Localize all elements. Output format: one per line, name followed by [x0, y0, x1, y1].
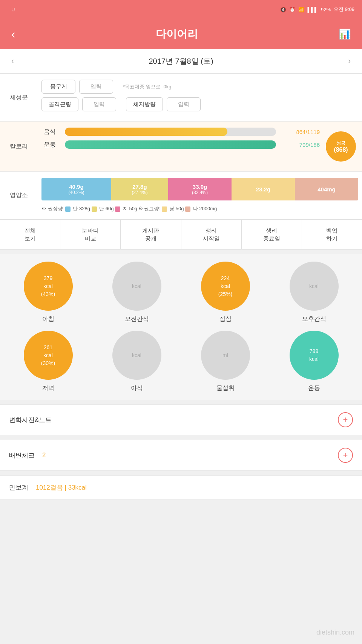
exercise-circle[interactable]: 799kcal	[290, 331, 339, 380]
exercise-label: 운동	[44, 141, 59, 149]
legend-sodium-dot	[185, 206, 190, 212]
meal-lunch: 224kcal(25%) 점심	[185, 262, 266, 323]
body-comp-label: 체성분	[0, 80, 38, 115]
nutrition-bars: 40.9g (40.2%) 27.8g (27.4%) 33.0g (32.4%…	[38, 178, 362, 213]
legend-fat-dot	[115, 206, 120, 212]
fat-input-button[interactable]: 입력	[167, 97, 201, 111]
calorie-badge: 성공 (868)	[326, 131, 356, 162]
nutrition-bar-row: 40.9g (40.2%) 27.8g (27.4%) 33.0g (32.4%…	[41, 178, 358, 200]
weight-input-button[interactable]: 입력	[79, 80, 113, 94]
period-start-button[interactable]: 생리시작일	[181, 220, 242, 249]
status-bar: U 🔇 ⏰ 📶 ▌▌▌ 92% 오전 9:09	[0, 0, 362, 19]
nutr-fat: 33.0g (32.4%)	[168, 178, 232, 200]
mute-icon: 🔇	[280, 7, 286, 12]
exercise-bar	[65, 140, 276, 149]
nutr-sugar: 23.2g	[232, 178, 295, 200]
bowel-label: 배변체크	[9, 451, 35, 460]
dinner-label: 저녁	[42, 384, 54, 392]
morning-snack-circle[interactable]: kcal	[112, 262, 161, 311]
muscle-input-button[interactable]: 입력	[82, 97, 116, 111]
prev-date-button[interactable]: ‹	[11, 56, 14, 66]
nutr-carb: 40.9g (40.2%)	[41, 178, 111, 200]
wifi-icon: 📶	[298, 7, 304, 12]
legend-protein-dot	[92, 206, 97, 212]
fat-label-button[interactable]: 체지방량	[126, 97, 163, 111]
legend-sugar-dot	[162, 206, 167, 212]
meal-dinner: 261kcal(30%) 저녁	[8, 331, 89, 392]
meal-afternoon-snack: kcal 오후간식	[273, 262, 354, 323]
dinner-circle[interactable]: 261kcal(30%)	[24, 331, 73, 380]
current-date: 2017년 7월8일 (토)	[149, 56, 213, 66]
battery-text: 92%	[321, 7, 331, 12]
meals-grid: 379kcal(43%) 아침 kcal 오전간식 224kcal(25%) 점…	[0, 254, 362, 400]
exercise-meal-label: 운동	[308, 384, 320, 392]
lunch-circle[interactable]: 224kcal(25%)	[201, 262, 250, 311]
photo-note-section: 변화사진&노트 +	[0, 404, 362, 435]
bowel-add-button[interactable]: +	[338, 448, 353, 463]
exercise-values: 799/186	[282, 142, 320, 148]
body-composition-section: 체성분 몸무게 입력 *목표체중 앞으로 -0kg 골격근량 입력 체지방량 입…	[0, 74, 362, 122]
nutrition-section: 영양소 40.9g (40.2%) 27.8g (27.4%) 33.0g (3…	[0, 172, 362, 219]
badge-label: 성공	[336, 140, 345, 146]
exercise-calorie-row: 운동 799/186	[44, 140, 320, 149]
afternoon-snack-label: 오후간식	[302, 315, 326, 323]
action-buttons: 전체보기 눈바디비교 게시판공개 생리시작일 생리종료일 백업하기	[0, 219, 362, 250]
muscle-label-button[interactable]: 골격근량	[41, 97, 78, 111]
water-label: 물섭취	[216, 384, 235, 392]
app-logo: U	[11, 7, 15, 12]
date-navigation: ‹ 2017년 7월8일 (토) ›	[0, 49, 362, 74]
calorie-content: 음식 864/1119 운동 799/186	[38, 128, 326, 165]
period-end-button[interactable]: 생리종료일	[242, 220, 302, 249]
morning-snack-label: 오전간식	[125, 315, 149, 323]
food-values: 864/1119	[282, 129, 320, 135]
next-date-button[interactable]: ›	[348, 56, 351, 66]
watermark: dietshin.com	[316, 629, 354, 636]
pedometer-value: 1012걸음 | 33kcal	[36, 483, 353, 492]
food-label: 음식	[44, 128, 59, 136]
signal-icon: ▌▌▌	[307, 7, 318, 12]
board-public-button[interactable]: 게시판공개	[121, 220, 181, 249]
nutrition-legend: ※ 권장량: 탄 328g 단 60g 지 50g ※ 권고량: 당 50g 나…	[41, 204, 358, 213]
food-bar-container	[65, 128, 276, 136]
chart-icon[interactable]: 📊	[339, 28, 351, 40]
bowel-value: 2	[42, 451, 338, 459]
photo-note-add-button[interactable]: +	[338, 412, 353, 427]
nutrition-label: 영양소	[0, 178, 38, 213]
photo-note-label: 변화사진&노트	[9, 416, 52, 424]
calorie-section: 칼로리 음식 864/1119 운동 799/186 성공 (868)	[0, 122, 362, 172]
pedometer-label: 만보계	[9, 483, 28, 492]
back-button[interactable]: ‹	[11, 27, 15, 41]
status-icons: 🔇 ⏰ 📶 ▌▌▌ 92% 오전 9:09	[280, 6, 354, 13]
lunch-label: 점심	[219, 315, 232, 323]
time-text: 오전 9:09	[334, 6, 354, 13]
pedometer-section: 만보계 1012걸음 | 33kcal	[0, 475, 362, 500]
exercise-bar-container	[65, 140, 276, 149]
meal-exercise: 799kcal 운동	[273, 331, 354, 392]
food-bar	[65, 128, 227, 136]
backup-button[interactable]: 백업하기	[302, 220, 362, 249]
nutr-protein: 27.8g (27.4%)	[111, 178, 168, 200]
body-compare-button[interactable]: 눈바디비교	[60, 220, 121, 249]
badge-value: (868)	[334, 146, 348, 153]
header: ‹ 다이어리 📊	[0, 19, 362, 49]
afternoon-snack-circle[interactable]: kcal	[290, 262, 339, 311]
food-calorie-row: 음식 864/1119	[44, 128, 320, 136]
night-snack-label: 야식	[131, 384, 143, 392]
legend-carb-dot	[65, 206, 71, 212]
night-snack-circle[interactable]: kcal	[112, 331, 161, 380]
nutr-sodium: 404mg	[295, 178, 358, 200]
body-comp-inputs: 몸무게 입력 *목표체중 앞으로 -0kg 골격근량 입력 체지방량 입력	[38, 80, 362, 115]
weight-label-button[interactable]: 몸무게	[41, 80, 75, 94]
all-view-button[interactable]: 전체보기	[0, 220, 60, 249]
breakfast-circle[interactable]: 379kcal(43%)	[24, 262, 73, 311]
meal-water: ml 물섭취	[185, 331, 266, 392]
water-circle[interactable]: ml	[201, 331, 250, 380]
meal-breakfast: 379kcal(43%) 아침	[8, 262, 89, 323]
meal-morning-snack: kcal 오전간식	[96, 262, 177, 323]
bowel-check-section: 배변체크 2 +	[0, 440, 362, 471]
meal-night-snack: kcal 야식	[96, 331, 177, 392]
calorie-label: 칼로리	[0, 128, 38, 165]
page-title: 다이어리	[156, 27, 198, 41]
target-weight-text: *목표체중 앞으로 -0kg	[123, 83, 172, 90]
breakfast-label: 아침	[42, 315, 54, 323]
